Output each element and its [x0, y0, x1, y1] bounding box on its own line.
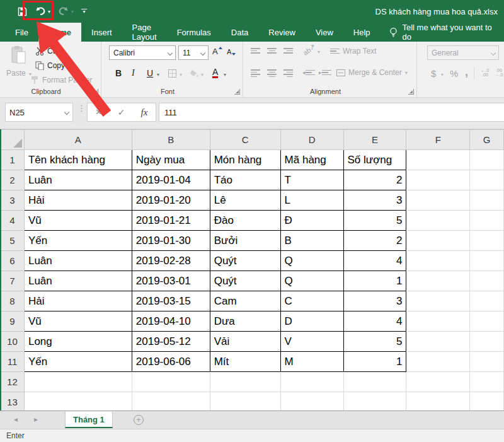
cell-G8[interactable]: [470, 291, 504, 311]
cell-E12[interactable]: [343, 372, 406, 392]
cell-C9[interactable]: Dưa: [210, 311, 280, 332]
tab-formulas[interactable]: Formulas: [167, 23, 221, 42]
cell-G4[interactable]: [470, 211, 504, 231]
cell-F5[interactable]: [406, 231, 470, 251]
cell-G10[interactable]: [470, 332, 504, 352]
cell-A9[interactable]: Vũ: [24, 311, 132, 332]
shrink-font-button[interactable]: A: [227, 48, 236, 55]
row-header-2[interactable]: 2: [1, 170, 25, 190]
wrap-text-button[interactable]: Wrap Text: [330, 47, 377, 55]
cell-E8[interactable]: 3: [343, 291, 406, 311]
tab-page-layout[interactable]: Page Layout: [122, 23, 167, 42]
top-align-button[interactable]: [251, 48, 260, 54]
cell-A5[interactable]: Yến: [24, 231, 132, 251]
undo-button[interactable]: ▾: [32, 5, 53, 18]
row-header-11[interactable]: 11: [1, 352, 25, 372]
cell-C4[interactable]: Đào: [210, 211, 280, 231]
cell-D8[interactable]: C: [280, 291, 343, 311]
cell-A10[interactable]: Long: [24, 332, 132, 352]
cell-F4[interactable]: [406, 211, 470, 231]
cell-B7[interactable]: 2019-03-01: [132, 271, 210, 291]
cell-A7[interactable]: Luân: [24, 271, 132, 291]
row-header-10[interactable]: 10: [1, 332, 25, 352]
cell-C6[interactable]: Quýt: [210, 251, 280, 271]
bottom-align-button[interactable]: [284, 48, 293, 54]
cell-C13[interactable]: [210, 392, 280, 411]
alignment-dialog-launcher-icon[interactable]: [408, 89, 414, 95]
underline-button[interactable]: U: [147, 68, 153, 78]
underline-dropdown-icon[interactable]: ▾: [157, 72, 159, 78]
cell-D13[interactable]: [280, 392, 343, 411]
cell-B1[interactable]: Ngày mua: [132, 150, 210, 170]
tab-data[interactable]: Data: [221, 23, 258, 42]
cell-D7[interactable]: Q: [280, 271, 343, 291]
row-header-1[interactable]: 1: [1, 150, 25, 170]
cell-F6[interactable]: [406, 251, 470, 271]
cell-A2[interactable]: Luân: [24, 170, 132, 190]
row-header-5[interactable]: 5: [1, 231, 25, 251]
cell-G2[interactable]: [470, 170, 504, 190]
formula-input[interactable]: 111: [159, 103, 504, 122]
row-header-3[interactable]: 3: [1, 190, 25, 211]
cell-E9[interactable]: 4: [343, 311, 406, 332]
cell-C5[interactable]: Bưởi: [210, 231, 280, 251]
cell-A8[interactable]: Hải: [24, 291, 132, 311]
cell-A4[interactable]: Vũ: [24, 211, 132, 231]
align-center-button[interactable]: [267, 69, 277, 77]
cell-A13[interactable]: [24, 392, 132, 411]
italic-button[interactable]: I: [132, 68, 135, 78]
tab-insert[interactable]: Insert: [81, 23, 122, 42]
cell-G7[interactable]: [470, 271, 504, 291]
redo-button[interactable]: ▾: [55, 5, 76, 18]
cell-B3[interactable]: 2019-01-20: [132, 190, 210, 211]
cell-F7[interactable]: [406, 271, 470, 291]
name-box[interactable]: N25: [5, 103, 73, 122]
select-all-corner[interactable]: [1, 130, 25, 150]
cell-C8[interactable]: Cam: [210, 291, 280, 311]
borders-icon[interactable]: [168, 69, 176, 78]
tab-review[interactable]: Review: [258, 23, 306, 42]
column-header-D[interactable]: D: [280, 130, 343, 150]
cell-B10[interactable]: 2019-05-12: [132, 332, 210, 352]
cell-D10[interactable]: V: [280, 332, 343, 352]
cell-E10[interactable]: 5: [343, 332, 406, 352]
insert-function-icon[interactable]: fx: [141, 107, 148, 118]
grow-font-button[interactable]: A: [212, 47, 222, 56]
cell-F9[interactable]: [406, 311, 470, 332]
row-header-6[interactable]: 6: [1, 251, 25, 271]
cell-G1[interactable]: [470, 150, 504, 170]
comma-button[interactable]: ,: [465, 66, 468, 79]
row-header-8[interactable]: 8: [1, 291, 25, 311]
font-dialog-launcher-icon[interactable]: [234, 89, 240, 95]
cell-F11[interactable]: [406, 352, 470, 372]
cell-F12[interactable]: [406, 372, 470, 392]
cell-E4[interactable]: 5: [343, 211, 406, 231]
cell-C1[interactable]: Món hàng: [210, 150, 280, 170]
merge-center-button[interactable]: Merge & Center ▾: [336, 68, 408, 77]
tab-view[interactable]: View: [306, 23, 343, 42]
cell-B5[interactable]: 2019-01-30: [132, 231, 210, 251]
row-header-7[interactable]: 7: [1, 271, 25, 291]
cell-E11[interactable]: 1: [343, 352, 406, 372]
cell-E5[interactable]: 2: [343, 231, 406, 251]
cell-F2[interactable]: [406, 170, 470, 190]
cell-D6[interactable]: Q: [280, 251, 343, 271]
cell-F8[interactable]: [406, 291, 470, 311]
cell-F13[interactable]: [406, 392, 470, 411]
cell-B9[interactable]: 2019-04-10: [132, 311, 210, 332]
redo-dropdown-icon[interactable]: ▾: [71, 9, 74, 15]
save-icon[interactable]: [15, 6, 30, 18]
cell-B2[interactable]: 2019-01-04: [132, 170, 210, 190]
copy-button[interactable]: Copy▾: [35, 61, 72, 70]
font-name-combo[interactable]: Calibri: [109, 45, 176, 60]
cell-G11[interactable]: [470, 352, 504, 372]
orientation-dropdown-icon[interactable]: ▾: [318, 49, 320, 55]
cell-A6[interactable]: Luân: [24, 251, 132, 271]
borders-dropdown-icon[interactable]: ▾: [180, 72, 182, 78]
column-header-C[interactable]: C: [210, 130, 280, 150]
cell-C2[interactable]: Táo: [210, 170, 280, 190]
font-color-button[interactable]: A: [212, 67, 218, 78]
align-left-button[interactable]: [251, 69, 260, 77]
cell-D11[interactable]: M: [280, 352, 343, 372]
column-header-E[interactable]: E: [343, 130, 406, 150]
